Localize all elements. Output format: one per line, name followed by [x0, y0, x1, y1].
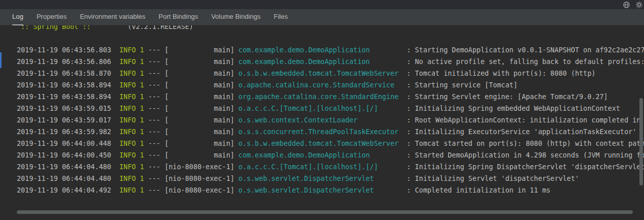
log-logger: o.s.b.w.embedded.tomcat.TomcatWebServer	[238, 140, 402, 147]
log-logger: com.example.demo.DemoApplication	[238, 46, 402, 54]
log-line: 2019-11-19 06:44:00.448 INFO 1 --- [ mai…	[17, 138, 644, 149]
tab-environment-variables[interactable]: Environment variables	[80, 9, 146, 25]
log-line: 2019-11-19 06:44:04.480 INFO 1 --- [nio-…	[17, 173, 644, 184]
log-logger: o.s.web.servlet.DispatcherServlet	[238, 175, 402, 182]
log-message: : Starting Servlet engine: [Apache Tomca…	[403, 93, 608, 101]
log-timestamp: 2019-11-19 06:44:00.450	[17, 151, 115, 159]
tab-properties[interactable]: Properties	[37, 9, 67, 25]
spring-boot-version: (v2.2.1.RELEASE)	[128, 25, 193, 30]
globe-icon[interactable]	[623, 1, 630, 9]
log-level: INFO 1	[115, 105, 144, 112]
active-tool-window-stripe	[0, 52, 2, 68]
log-logger: o.s.web.context.ContextLoader	[238, 116, 402, 124]
log-line: 2019-11-19 06:44:00.450 INFO 1 --- [ mai…	[17, 149, 644, 161]
log-logger: org.apache.catalina.core.StandardEngine	[238, 93, 402, 101]
log-message: : Completed initialization in 11 ms	[403, 186, 550, 194]
app-root: LogPropertiesEnvironment variablesPort B…	[0, 0, 644, 220]
log-output: :: Spring Boot :: (v2.2.1.RELEASE)2019-1…	[0, 25, 644, 196]
log-level: INFO 1	[115, 116, 144, 124]
log-message: : Initializing Spring embedded WebApplic…	[403, 105, 620, 112]
log-message: : Starting DemoApplication v0.0.1-SNAPSH…	[403, 46, 644, 54]
log-logger: o.apache.catalina.core.StandardService	[238, 81, 402, 89]
tab-port-bindings[interactable]: Port Bindings	[159, 9, 198, 25]
log-logger: o.s.b.w.embedded.tomcat.TomcatWebServer	[238, 70, 402, 77]
log-level: INFO 1	[115, 140, 144, 147]
log-message: : Started DemoApplication in 4.298 secon…	[403, 151, 644, 159]
tab-log[interactable]: Log	[12, 9, 23, 25]
log-logger: o.a.c.c.C.[Tomcat].[localhost].[/]	[238, 105, 402, 112]
tab-files[interactable]: Files	[274, 9, 288, 25]
log-timestamp: 2019-11-19 06:43:58.870	[17, 70, 115, 77]
log-level: INFO 1	[115, 46, 144, 54]
log-thread: --- [nio-8080-exec-1]	[144, 186, 238, 194]
log-level: INFO 1	[115, 70, 144, 77]
log-line: 2019-11-19 06:43:58.870 INFO 1 --- [ mai…	[17, 68, 644, 79]
log-logger: o.s.s.concurrent.ThreadPoolTaskExecutor	[238, 128, 402, 136]
log-line: 2019-11-19 06:44:04.492 INFO 1 --- [nio-…	[17, 184, 644, 196]
log-message: : No active profile set, falling back to…	[403, 58, 644, 66]
log-line: 2019-11-19 06:43:56.803 INFO 1 --- [ mai…	[17, 44, 644, 56]
tab-volume-bindings[interactable]: Volume Bindings	[211, 9, 261, 25]
log-level: INFO 1	[115, 151, 144, 159]
log-thread: --- [ main]	[144, 128, 238, 136]
log-thread: --- [ main]	[144, 93, 238, 101]
spring-boot-banner: :: Spring Boot ::	[17, 25, 128, 30]
log-timestamp: 2019-11-19 06:44:04.480	[17, 175, 115, 182]
log-thread: --- [ main]	[144, 151, 238, 159]
log-thread: --- [ main]	[144, 105, 238, 112]
log-level: INFO 1	[115, 175, 144, 182]
log-message: : Initializing ExecutorService 'applicat…	[403, 128, 637, 136]
log-thread: --- [ main]	[144, 81, 238, 89]
log-message: : Starting service [Tomcat]	[403, 81, 518, 89]
log-message: : Tomcat initialized with port(s): 8080 …	[403, 70, 596, 77]
log-logger: o.a.c.c.C.[Tomcat].[localhost].[/]	[238, 163, 402, 171]
log-line: 2019-11-19 06:43:58.894 INFO 1 --- [ mai…	[17, 91, 644, 103]
log-line: 2019-11-19 06:44:04.480 INFO 1 --- [nio-…	[17, 161, 644, 173]
log-timestamp: 2019-11-19 06:43:59.017	[17, 116, 115, 124]
blank-line	[17, 33, 644, 44]
log-thread: --- [ main]	[144, 70, 238, 77]
window-toolbar	[0, 0, 644, 9]
log-timestamp: 2019-11-19 06:44:04.492	[17, 186, 115, 194]
vertical-scrollbar-thumb[interactable]	[639, 98, 643, 185]
settings-gear-icon[interactable]	[635, 1, 643, 9]
banner-line: :: Spring Boot :: (v2.2.1.RELEASE)	[17, 25, 644, 33]
log-timestamp: 2019-11-19 06:43:58.894	[17, 81, 115, 89]
log-timestamp: 2019-11-19 06:44:04.480	[17, 163, 115, 171]
log-thread: --- [ main]	[144, 58, 238, 66]
log-level: INFO 1	[115, 128, 144, 136]
log-console: :: Spring Boot :: (v2.2.1.RELEASE)2019-1…	[0, 25, 644, 220]
log-timestamp: 2019-11-19 06:43:59.015	[17, 105, 115, 112]
log-thread: --- [ main]	[144, 140, 238, 147]
log-timestamp: 2019-11-19 06:43:56.803	[17, 46, 115, 54]
log-level: INFO 1	[115, 58, 144, 66]
log-thread: --- [nio-8080-exec-1]	[144, 163, 238, 171]
log-line: 2019-11-19 06:43:56.806 INFO 1 --- [ mai…	[17, 56, 644, 68]
log-logger: o.s.web.servlet.DispatcherServlet	[238, 186, 402, 194]
log-line: 2019-11-19 06:43:59.017 INFO 1 --- [ mai…	[17, 114, 644, 126]
log-message: : Root WebApplicationContext: initializa…	[403, 116, 644, 124]
log-level: INFO 1	[115, 163, 144, 171]
log-level: INFO 1	[115, 186, 144, 194]
log-message: : Initializing Servlet 'dispatcherServle…	[403, 175, 579, 182]
log-logger: com.example.demo.DemoApplication	[238, 58, 402, 66]
log-timestamp: 2019-11-19 06:44:00.448	[17, 140, 115, 147]
log-timestamp: 2019-11-19 06:43:56.806	[17, 58, 115, 66]
log-message: : Initializing Spring DispatcherServlet …	[403, 163, 644, 171]
log-line: 2019-11-19 06:43:58.894 INFO 1 --- [ mai…	[17, 79, 644, 91]
log-thread: --- [nio-8080-exec-1]	[144, 175, 238, 182]
log-logger: com.example.demo.DemoApplication	[238, 151, 402, 159]
log-line: 2019-11-19 06:43:59.015 INFO 1 --- [ mai…	[17, 103, 644, 114]
log-message: : Tomcat started on port(s): 8080 (http)…	[403, 140, 644, 147]
log-line: 2019-11-19 06:43:59.982 INFO 1 --- [ mai…	[17, 126, 644, 138]
tab-bar: LogPropertiesEnvironment variablesPort B…	[0, 9, 644, 25]
log-timestamp: 2019-11-19 06:43:59.982	[17, 128, 115, 136]
log-timestamp: 2019-11-19 06:43:58.894	[17, 93, 115, 101]
log-thread: --- [ main]	[144, 116, 238, 124]
log-thread: --- [ main]	[144, 46, 238, 54]
log-level: INFO 1	[115, 81, 144, 89]
horizontal-scrollbar-thumb[interactable]	[17, 210, 633, 214]
log-level: INFO 1	[115, 93, 144, 101]
